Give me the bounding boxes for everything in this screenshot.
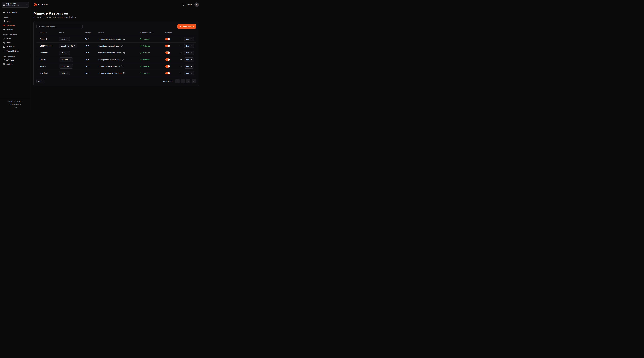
- protocol: TCP: [83, 72, 96, 74]
- access-url: https://immich.example.com: [98, 66, 120, 67]
- last-page-button[interactable]: [192, 79, 196, 83]
- brand: PANGOLIN: [34, 3, 48, 7]
- site-name: Office: [61, 52, 65, 54]
- add-resource-button[interactable]: Add Resource: [178, 24, 196, 29]
- edit-button[interactable]: Edit: [184, 64, 194, 69]
- table-row: Battery Monitor Edge Device 01 TCP https…: [36, 43, 196, 49]
- arrow-up-right-icon: [70, 66, 71, 67]
- mail-icon: [3, 46, 5, 48]
- sidebar-item-roles[interactable]: Roles: [0, 41, 30, 45]
- site-link-button[interactable]: Home Lab: [59, 64, 73, 69]
- theme-label: System: [186, 4, 192, 6]
- resources-icon: [3, 24, 5, 27]
- avatar[interactable]: M: [194, 3, 199, 7]
- section-label-access-control: ACCESS CONTROL: [0, 32, 30, 37]
- auth-status-badge: Protected: [138, 52, 163, 54]
- enabled-toggle[interactable]: [165, 58, 170, 61]
- edit-button[interactable]: Edit: [184, 58, 194, 62]
- edit-label: Edit: [186, 72, 189, 74]
- copy-button[interactable]: [121, 45, 123, 47]
- previous-page-button[interactable]: [181, 79, 185, 83]
- site-link-button[interactable]: Edge Device 01: [59, 44, 77, 48]
- protocol: TCP: [83, 38, 96, 40]
- access-url: https://battery.example.com: [98, 45, 119, 47]
- sort-icon[interactable]: [46, 32, 47, 34]
- edit-label: Edit: [186, 59, 189, 61]
- site-name: Home Lab: [61, 66, 69, 67]
- copy-button[interactable]: [123, 52, 126, 54]
- table-row: Authentik Office TCP https://authentik.e…: [36, 36, 196, 43]
- edit-button[interactable]: Edit: [184, 51, 194, 55]
- chevrons-up-down-icon: [26, 4, 27, 6]
- more-button[interactable]: [180, 52, 182, 54]
- table-header: Name Site Protocol Access Authentication…: [36, 30, 196, 36]
- main-content: PANGOLIN System M Manage Resources Creat…: [30, 0, 202, 111]
- next-page-button[interactable]: [186, 79, 190, 83]
- site-link-button[interactable]: Office: [59, 51, 70, 55]
- table-row: Nextcloud Office TCP https://nextcloud.e…: [36, 70, 196, 77]
- search-input[interactable]: [36, 24, 82, 29]
- access-url: https://authentik.example.com: [98, 38, 121, 40]
- copy-button[interactable]: [123, 72, 125, 75]
- resource-name: Authentik: [38, 38, 57, 40]
- shield-check-icon: [140, 38, 142, 40]
- sidebar-item-api-keys[interactable]: API Keys: [0, 58, 30, 62]
- sidebar-item-settings[interactable]: Settings: [0, 62, 30, 66]
- site-name: Office: [61, 38, 65, 40]
- auth-status-label: Protected: [142, 66, 150, 67]
- page-size-select[interactable]: 20: [36, 79, 44, 83]
- resource-name: Immich: [38, 65, 57, 67]
- sidebar-item-shareable-links[interactable]: Shareable Links: [0, 49, 30, 53]
- sidebar-item-domains[interactable]: Domains: [0, 28, 30, 32]
- community-edition-link[interactable]: Community Edition: [8, 100, 23, 103]
- auth-status-label: Protected: [142, 52, 150, 54]
- edit-button[interactable]: Edit: [184, 44, 194, 48]
- enabled-toggle[interactable]: [165, 52, 170, 54]
- enabled-toggle[interactable]: [165, 72, 170, 75]
- site-link-button[interactable]: Office: [59, 71, 70, 75]
- enabled-toggle[interactable]: [165, 45, 170, 47]
- more-button[interactable]: [180, 45, 182, 47]
- sidebar-item-users[interactable]: Users: [0, 37, 30, 41]
- page-header: Manage Resources Create secure proxies t…: [30, 9, 202, 18]
- edit-button[interactable]: Edit: [184, 71, 194, 75]
- table-row: Bitwarden Office TCP https://bitwarden.e…: [36, 49, 196, 56]
- org-selector[interactable]: Organization milo@fossorial.io's ...: [2, 2, 29, 8]
- sort-icon[interactable]: [152, 32, 154, 34]
- sidebar-item-sites[interactable]: Sites: [0, 19, 30, 23]
- auth-status-badge: Protected: [138, 59, 163, 61]
- enabled-toggle[interactable]: [165, 38, 170, 40]
- more-button[interactable]: [180, 65, 182, 68]
- table-footer: 20 Page 1 of 1: [36, 79, 196, 83]
- more-button[interactable]: [180, 38, 182, 40]
- column-access: Access: [98, 32, 104, 34]
- sidebar-item-label: Settings: [6, 63, 13, 65]
- arrow-up-right-icon: [66, 52, 68, 54]
- theme-toggle-button[interactable]: System: [182, 4, 192, 6]
- copy-button[interactable]: [121, 65, 124, 68]
- sidebar-item-resources[interactable]: Resources: [0, 23, 30, 28]
- first-page-button[interactable]: [175, 79, 180, 83]
- more-button[interactable]: [180, 58, 182, 61]
- sidebar-item-server-admin[interactable]: Server Admin: [0, 10, 30, 14]
- copy-button[interactable]: [121, 58, 124, 61]
- edit-button[interactable]: Edit: [184, 37, 194, 41]
- site-link-button[interactable]: AWS VPC: [59, 58, 73, 62]
- building-icon: [3, 4, 5, 6]
- pangolin-logo-icon: [34, 3, 37, 7]
- copy-button[interactable]: [122, 38, 125, 40]
- site-link-button[interactable]: Office: [59, 37, 70, 41]
- more-button[interactable]: [180, 72, 182, 75]
- documentation-link[interactable]: Documentation: [9, 103, 22, 106]
- access-url: https://bitwarden.example.com: [98, 52, 122, 54]
- moon-icon: [182, 4, 184, 6]
- sort-icon[interactable]: [63, 32, 65, 34]
- user-icon: [3, 38, 5, 40]
- resource-name: Bitwarden: [38, 52, 57, 54]
- sidebar-resize-handle[interactable]: [30, 54, 30, 57]
- shield-check-icon: [140, 52, 142, 54]
- sidebar-item-label: API Keys: [6, 59, 14, 61]
- enabled-toggle[interactable]: [165, 65, 170, 68]
- sidebar-item-invitations[interactable]: Invitations: [0, 45, 30, 49]
- add-resource-label: Add Resource: [182, 25, 194, 28]
